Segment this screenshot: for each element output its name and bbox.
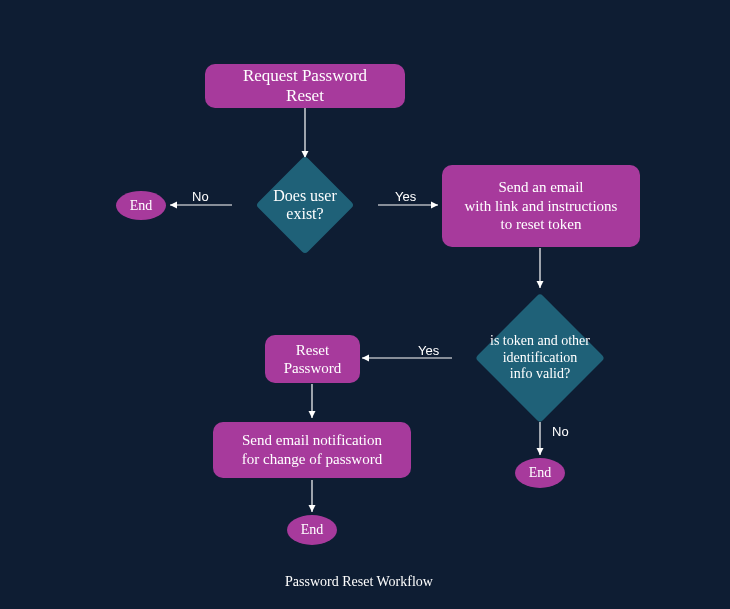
node-text: Does user exist? (273, 187, 337, 224)
node-end-3: End (287, 515, 337, 545)
node-user-exist: Does user exist? (270, 170, 340, 240)
node-text: End (301, 522, 324, 538)
edge-label-yes-2: Yes (418, 343, 439, 358)
diagram-caption: Password Reset Workflow (285, 574, 433, 590)
node-text: End (529, 465, 552, 481)
node-text: Reset Password (284, 341, 342, 377)
node-end-1: End (116, 191, 166, 220)
node-end-2: End (515, 458, 565, 488)
node-text: Request Password Reset (223, 66, 387, 106)
node-text: is token and other identification info v… (490, 333, 590, 383)
edge-label-no-1: No (192, 189, 209, 204)
node-text: End (130, 198, 153, 214)
node-request-reset: Request Password Reset (205, 64, 405, 108)
node-text: Send an email with link and instructions… (465, 178, 618, 234)
edge-label-yes-1: Yes (395, 189, 416, 204)
node-send-email: Send an email with link and instructions… (442, 165, 640, 247)
node-text: Send email notification for change of pa… (242, 431, 382, 469)
node-token-valid: is token and other identification info v… (494, 312, 586, 404)
node-reset-password: Reset Password (265, 335, 360, 383)
node-send-notification: Send email notification for change of pa… (213, 422, 411, 478)
